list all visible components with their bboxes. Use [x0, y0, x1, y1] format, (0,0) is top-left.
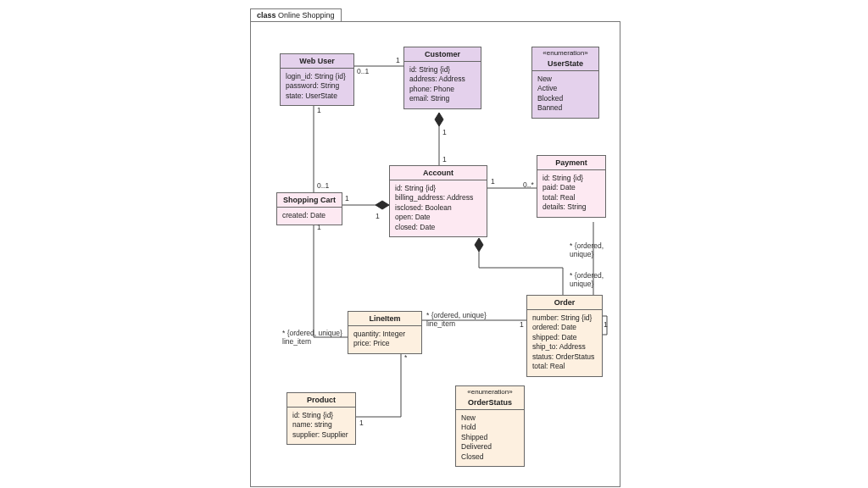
attr: password: String	[286, 81, 348, 91]
attr: closed: Date	[395, 223, 481, 232]
enum-order-status: «enumeration» OrderStatus New Hold Shipp…	[455, 385, 525, 467]
enum-user-state: «enumeration» UserState New Active Block…	[531, 47, 599, 119]
enum-literals: New Hold Shipped Delivered Closed	[456, 410, 524, 466]
class-title: Payment	[537, 156, 605, 170]
class-attrs: quantity: Integer price: Price	[348, 326, 421, 353]
attr: total: Real	[542, 193, 600, 202]
attr: shipped: Date	[532, 333, 597, 342]
attr: paid: Date	[542, 183, 600, 192]
role-label: * {ordered, unique} line_item	[282, 329, 342, 346]
attr: isclosed: Boolean	[395, 203, 481, 213]
attr: id: String {id}	[542, 174, 600, 183]
class-title: Account	[390, 166, 487, 180]
role-label: * {ordered, unique}	[570, 271, 604, 288]
attr: price: Price	[353, 339, 416, 348]
mult-label: 1	[396, 56, 400, 64]
mult-label: 0..*	[523, 180, 534, 189]
attr: status: OrderStatus	[532, 352, 597, 362]
class-web-user: Web User login_id: String {id} password:…	[280, 53, 354, 106]
mult-label: 1	[317, 106, 321, 114]
mult-label: 1	[442, 128, 447, 136]
attr: id: String {id}	[292, 411, 350, 420]
mult-label: 1	[345, 194, 349, 202]
class-title: Shopping Cart	[277, 193, 342, 208]
class-shopping-cart: Shopping Cart created: Date	[276, 192, 342, 225]
attr: supplier: Supplier	[292, 430, 350, 440]
attr: state: UserState	[286, 92, 348, 101]
class-title: Order	[527, 296, 602, 310]
literal: Closed	[461, 452, 519, 462]
mult-label: 1	[491, 177, 495, 186]
class-attrs: created: Date	[277, 208, 342, 225]
class-title: OrderStatus	[456, 396, 524, 410]
attr: total: Real	[532, 362, 597, 371]
stereotype: «enumeration»	[456, 386, 524, 396]
literal: Delivered	[461, 442, 519, 452]
attr: ship_to: Address	[532, 342, 597, 352]
mult-label: 0..1	[317, 181, 329, 190]
mult-label: 1	[442, 155, 447, 164]
attr: id: String {id}	[395, 184, 481, 193]
class-title: Customer	[404, 47, 481, 62]
svg-marker-5	[376, 201, 389, 209]
attr: name: string	[292, 420, 350, 430]
role-label: * {ordered, unique}	[570, 241, 604, 258]
attr: address: Address	[409, 75, 476, 84]
literal: Banned	[537, 103, 593, 113]
class-account: Account id: String {id} billing_address:…	[389, 165, 487, 237]
attr: billing_address: Address	[395, 193, 481, 202]
role-text: * {ordered, unique}	[426, 311, 487, 319]
class-title: Web User	[281, 54, 353, 69]
class-attrs: id: String {id} billing_address: Address…	[390, 180, 487, 236]
role-text: line_item	[282, 337, 311, 346]
class-title: LineItem	[348, 312, 421, 326]
class-product: Product id: String {id} name: string sup…	[287, 392, 356, 445]
role-text: line_item	[426, 319, 455, 328]
class-attrs: login_id: String {id} password: String s…	[281, 69, 353, 105]
attr: id: String {id}	[409, 65, 476, 75]
role-text: * {ordered, unique}	[282, 329, 342, 337]
class-customer: Customer id: String {id} address: Addres…	[403, 47, 481, 109]
mult-label: 1	[604, 320, 608, 329]
mult-label: 1	[520, 320, 524, 329]
literal: Hold	[461, 423, 519, 432]
svg-marker-2	[435, 113, 443, 126]
mult-label: 1	[359, 419, 364, 427]
class-attrs: id: String {id} address: Address phone: …	[404, 62, 481, 108]
attr: number: String {id}	[532, 313, 597, 323]
attr: ordered: Date	[532, 323, 597, 332]
mult-label: 0..1	[357, 67, 369, 75]
stereotype: «enumeration»	[532, 47, 598, 57]
attr: open: Date	[395, 213, 481, 222]
class-payment: Payment id: String {id} paid: Date total…	[537, 155, 606, 218]
literal: Shipped	[461, 433, 519, 442]
attr: login_id: String {id}	[286, 72, 348, 81]
literal: New	[537, 75, 593, 84]
mult-label: *	[404, 353, 407, 362]
attr: phone: Phone	[409, 85, 476, 94]
enum-literals: New Active Blocked Banned	[532, 71, 598, 118]
attr: created: Date	[282, 211, 337, 220]
class-title: Product	[287, 393, 355, 408]
class-attrs: id: String {id} paid: Date total: Real d…	[537, 170, 605, 217]
attr: details: String	[542, 202, 600, 212]
class-attrs: id: String {id} name: string supplier: S…	[287, 408, 355, 444]
class-order: Order number: String {id} ordered: Date …	[526, 295, 603, 377]
mult-label: 1	[317, 223, 321, 231]
mult-label: 1	[376, 212, 380, 220]
attr: email: String	[409, 94, 476, 103]
literal: Active	[537, 84, 593, 93]
role-label: * {ordered, unique} line_item	[426, 311, 487, 328]
literal: New	[461, 413, 519, 423]
svg-marker-7	[475, 238, 483, 252]
attr: quantity: Integer	[353, 330, 416, 339]
class-line-item: LineItem quantity: Integer price: Price	[348, 311, 422, 354]
diagram-stage: class Online Shopping	[0, 0, 868, 488]
class-title: UserState	[532, 57, 598, 71]
literal: Blocked	[537, 94, 593, 103]
class-attrs: number: String {id} ordered: Date shippe…	[527, 310, 602, 376]
